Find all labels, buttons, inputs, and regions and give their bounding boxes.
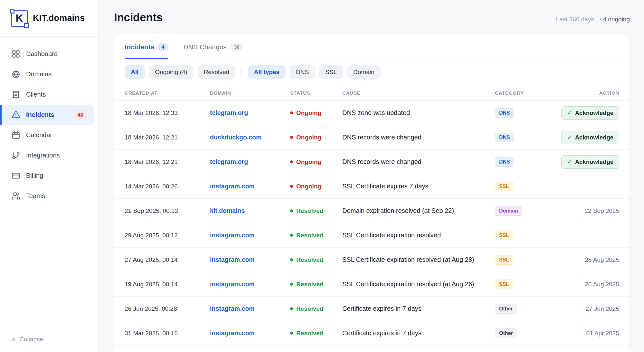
incidents-warning-icon bbox=[12, 110, 20, 119]
collapse-label: Collapse bbox=[19, 336, 43, 343]
table-row: 18 Mar 2026, 12:21duckduckgo.comOngoingD… bbox=[114, 125, 630, 150]
sidebar-item-incidents[interactable]: Incidents40 bbox=[0, 105, 94, 125]
status-badge: Resolved bbox=[290, 256, 323, 263]
domain-link[interactable]: instagram.com bbox=[210, 256, 255, 263]
created-at-cell: 19 Aug 2025, 00:14 bbox=[125, 281, 210, 288]
filter-chip-domain[interactable]: Domain bbox=[347, 65, 380, 79]
action-cell: 26 Aug 2025 bbox=[559, 281, 619, 288]
status-badge: Resolved bbox=[290, 330, 323, 337]
sidebar-item-billing[interactable]: Billing bbox=[0, 166, 98, 186]
sidebar-item-dashboard[interactable]: Dashboard bbox=[0, 44, 98, 64]
tab-count-badge: 36 bbox=[231, 43, 243, 51]
domain-link[interactable]: instagram.com bbox=[210, 183, 255, 190]
domain-link[interactable]: instagram.com bbox=[210, 305, 255, 312]
action-cell: 28 Aug 2025 bbox=[559, 256, 619, 263]
sidebar-item-calendar[interactable]: Calendar bbox=[0, 125, 98, 145]
status-cell: Ongoing bbox=[290, 134, 342, 141]
status-cell: Resolved bbox=[290, 256, 342, 263]
tab-dns-changes[interactable]: DNS Changes36 bbox=[184, 35, 243, 59]
cause-cell: DNS zone was updated bbox=[342, 109, 495, 117]
header-meta: Last 360 days · 4 ongoing bbox=[556, 16, 630, 23]
status-dot-icon bbox=[290, 136, 293, 139]
domain-link[interactable]: instagram.com bbox=[210, 281, 255, 288]
check-icon: ✓ bbox=[567, 134, 572, 141]
table-row: 29 Aug 2025, 00:12instagram.comResolvedS… bbox=[114, 223, 630, 248]
check-icon: ✓ bbox=[567, 109, 572, 117]
incidents-table: CREATED ATDOMAINSTATUSCAUSECATEGORYACTIO… bbox=[114, 85, 630, 346]
table-row: 31 Mar 2025, 00:16instagram.comResolvedC… bbox=[114, 321, 630, 346]
acknowledge-button[interactable]: ✓Acknowledge bbox=[561, 131, 619, 144]
tab-count-badge: 4 bbox=[158, 43, 168, 51]
domain-link[interactable]: instagram.com bbox=[210, 232, 255, 239]
created-at-cell: 18 Mar 2026, 12:21 bbox=[125, 134, 210, 141]
action-cell: 01 Apr 2025 bbox=[559, 330, 619, 337]
brand-logo-letter: K bbox=[15, 12, 23, 24]
filter-chip-all[interactable]: All bbox=[125, 65, 145, 79]
category-badge: DNS bbox=[495, 133, 514, 142]
table-row: 26 Jun 2025, 00:28instagram.comResolvedC… bbox=[114, 297, 630, 321]
domain-link[interactable]: duckduckgo.com bbox=[210, 134, 261, 141]
resolved-date: 01 Apr 2025 bbox=[586, 330, 619, 337]
status-cell: Resolved bbox=[290, 281, 342, 288]
column-header-created-at: CREATED AT bbox=[125, 90, 210, 96]
domain-link[interactable]: kit.domains bbox=[210, 207, 245, 214]
acknowledge-button[interactable]: ✓Acknowledge bbox=[561, 106, 619, 120]
column-header-cause: CAUSE bbox=[342, 90, 495, 96]
filter-chip-dns[interactable]: DNS bbox=[290, 65, 315, 79]
category-cell: SSL bbox=[495, 231, 559, 240]
integrations-branch-icon bbox=[12, 151, 20, 160]
filter-chip-resolved[interactable]: Resolved bbox=[198, 65, 235, 79]
table-body: 18 Mar 2026, 12:33telegram.orgOngoingDNS… bbox=[114, 101, 630, 346]
brand-name: KIT.domains bbox=[33, 13, 85, 23]
filter-chip-ssl[interactable]: SSL bbox=[319, 65, 343, 79]
brand[interactable]: K KIT.domains bbox=[0, 0, 98, 37]
cause-cell: Certificate expires in 7 days bbox=[342, 329, 495, 337]
domain-link[interactable]: telegram.org bbox=[210, 158, 248, 165]
sidebar-item-domains[interactable]: Domains bbox=[0, 64, 98, 84]
domain-link[interactable]: instagram.com bbox=[210, 329, 255, 337]
created-at-cell: 26 Jun 2025, 00:28 bbox=[125, 305, 210, 312]
category-badge: SSL bbox=[495, 182, 513, 191]
status-dot-icon bbox=[290, 283, 293, 286]
category-cell: DNS bbox=[495, 108, 559, 118]
category-badge: Other bbox=[495, 304, 517, 314]
billing-card-icon bbox=[12, 171, 20, 180]
created-at-cell: 18 Mar 2026, 12:21 bbox=[125, 158, 210, 166]
created-at-cell: 21 Sep 2025, 00:13 bbox=[125, 207, 210, 214]
globe-icon bbox=[12, 70, 20, 79]
domain-cell: instagram.com bbox=[210, 281, 290, 288]
filter-chip-all-types[interactable]: All types bbox=[248, 65, 286, 79]
sidebar-item-clients[interactable]: Clients bbox=[0, 84, 98, 105]
main-content: Incidents Last 360 days · 4 ongoing Inci… bbox=[99, 0, 644, 352]
created-at-cell: 18 Mar 2026, 12:33 bbox=[125, 109, 210, 117]
collapse-chevrons-icon: « bbox=[12, 336, 15, 343]
status-label: Resolved bbox=[296, 256, 323, 263]
created-at-cell: 27 Aug 2025, 00:14 bbox=[125, 256, 210, 263]
domain-cell: instagram.com bbox=[210, 305, 290, 312]
table-row: 21 Sep 2025, 00:13kit.domainsResolvedDom… bbox=[114, 199, 630, 223]
sidebar-item-label: Clients bbox=[26, 91, 46, 98]
teams-users-icon bbox=[12, 192, 20, 200]
page-title: Incidents bbox=[114, 11, 163, 24]
cause-cell: SSL Certificate expiration resolved (at … bbox=[342, 281, 495, 288]
column-header-category: CATEGORY bbox=[495, 90, 559, 96]
category-badge: DNS bbox=[495, 157, 514, 167]
status-label: Ongoing bbox=[296, 134, 321, 141]
column-header-status: STATUS bbox=[290, 90, 342, 96]
sidebar-item-integrations[interactable]: Integrations bbox=[0, 145, 98, 166]
filter-chip-ongoing-4[interactable]: Ongoing (4) bbox=[149, 65, 193, 79]
category-badge: Other bbox=[495, 328, 517, 338]
status-label: Resolved bbox=[296, 281, 323, 288]
sidebar-item-teams[interactable]: Teams bbox=[0, 186, 98, 206]
status-dot-icon bbox=[290, 111, 293, 114]
domain-link[interactable]: telegram.org bbox=[210, 109, 248, 116]
tab-incidents[interactable]: Incidents4 bbox=[125, 35, 168, 59]
category-badge: Domain bbox=[495, 206, 522, 216]
status-label: Resolved bbox=[296, 207, 323, 214]
table-header-row: CREATED ATDOMAINSTATUSCAUSECATEGORYACTIO… bbox=[114, 85, 630, 101]
header-period[interactable]: Last 360 days bbox=[556, 16, 594, 23]
calendar-icon bbox=[12, 131, 20, 139]
table-row: 27 Aug 2025, 00:14instagram.comResolvedS… bbox=[114, 248, 630, 272]
collapse-button[interactable]: « Collapse bbox=[12, 336, 43, 343]
acknowledge-button[interactable]: ✓Acknowledge bbox=[561, 155, 619, 169]
